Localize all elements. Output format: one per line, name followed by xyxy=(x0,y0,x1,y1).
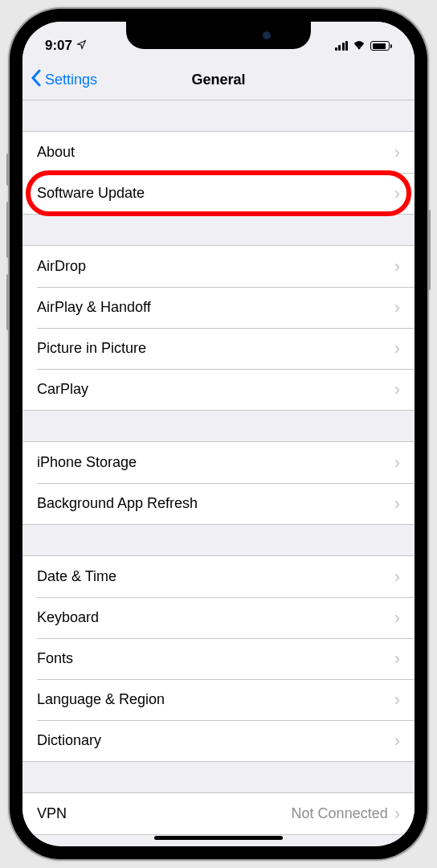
list-item-fonts[interactable]: Fonts › xyxy=(22,638,415,679)
section-gap xyxy=(22,215,415,245)
list-item-value: Not Connected xyxy=(292,805,388,822)
list-item-label: AirDrop xyxy=(37,258,86,275)
list-item-background-app-refresh[interactable]: Background App Refresh › xyxy=(22,483,415,524)
list-item-date-time[interactable]: Date & Time › xyxy=(22,556,415,597)
wifi-icon xyxy=(352,39,366,53)
volume-down xyxy=(6,274,10,330)
status-left: 9:07 xyxy=(45,38,87,54)
list-item-language-region[interactable]: Language & Region › xyxy=(22,679,415,720)
screen: 9:07 xyxy=(22,22,415,846)
list-item-label: Software Update xyxy=(37,185,145,202)
list-item-iphone-storage[interactable]: iPhone Storage › xyxy=(22,442,415,483)
list-group-4: VPN Not Connected › xyxy=(22,792,415,835)
list-item-keyboard[interactable]: Keyboard › xyxy=(22,597,415,638)
section-gap xyxy=(22,100,415,131)
section-gap xyxy=(22,762,415,792)
list-item-label: iPhone Storage xyxy=(37,454,137,471)
list-item-label: Date & Time xyxy=(37,568,116,585)
cellular-signal-icon xyxy=(335,41,349,51)
home-indicator[interactable] xyxy=(154,836,283,840)
list-item-airplay-handoff[interactable]: AirPlay & Handoff › xyxy=(22,287,415,328)
list-group-2: iPhone Storage › Background App Refresh … xyxy=(22,441,415,525)
list-item-label: Keyboard xyxy=(37,609,99,626)
list-item-airdrop[interactable]: AirDrop › xyxy=(22,246,415,287)
volume-up xyxy=(6,202,10,258)
chevron-right-icon: › xyxy=(394,691,400,709)
chevron-right-icon: › xyxy=(394,185,400,203)
back-button[interactable]: Settings xyxy=(22,69,97,91)
list-item-label: Language & Region xyxy=(37,691,165,708)
location-services-icon xyxy=(76,38,87,54)
notch xyxy=(126,22,311,49)
power-button xyxy=(427,210,431,290)
mute-switch xyxy=(6,154,10,186)
list-group-0: About › Software Update › xyxy=(22,131,415,215)
list-item-label: CarPlay xyxy=(37,381,88,398)
chevron-right-icon: › xyxy=(394,299,400,317)
chevron-right-icon: › xyxy=(394,454,400,472)
chevron-right-icon: › xyxy=(394,609,400,627)
list-item-label: AirPlay & Handoff xyxy=(37,299,151,316)
phone-frame: 9:07 xyxy=(10,9,427,859)
front-camera xyxy=(263,31,271,39)
page-title: General xyxy=(191,72,245,88)
list-item-picture-in-picture[interactable]: Picture in Picture › xyxy=(22,328,415,369)
chevron-right-icon: › xyxy=(394,144,400,162)
content-scroll[interactable]: About › Software Update › AirDrop › AirP… xyxy=(22,100,415,846)
chevron-right-icon: › xyxy=(394,568,400,586)
status-time: 9:07 xyxy=(45,38,72,54)
chevron-right-icon: › xyxy=(394,340,400,358)
list-item-carplay[interactable]: CarPlay › xyxy=(22,369,415,410)
chevron-right-icon: › xyxy=(394,495,400,513)
list-item-label: About xyxy=(37,144,75,161)
list-item-label: Fonts xyxy=(37,650,73,667)
chevron-left-icon xyxy=(31,69,42,91)
list-item-about[interactable]: About › xyxy=(22,132,415,173)
chevron-right-icon: › xyxy=(394,650,400,668)
status-right xyxy=(335,39,393,53)
battery-icon xyxy=(370,41,392,51)
list-item-label: VPN xyxy=(37,805,67,822)
chevron-right-icon: › xyxy=(394,732,400,750)
section-gap xyxy=(22,525,415,555)
section-gap xyxy=(22,411,415,441)
list-group-3: Date & Time › Keyboard › Fonts › Languag… xyxy=(22,555,415,762)
list-item-label: Dictionary xyxy=(37,732,101,749)
list-item-label: Background App Refresh xyxy=(37,495,198,512)
chevron-right-icon: › xyxy=(394,258,400,276)
list-item-vpn[interactable]: VPN Not Connected › xyxy=(22,793,415,834)
chevron-right-icon: › xyxy=(394,381,400,399)
list-group-1: AirDrop › AirPlay & Handoff › Picture in… xyxy=(22,245,415,411)
list-item-label: Picture in Picture xyxy=(37,340,146,357)
list-item-software-update[interactable]: Software Update › xyxy=(22,173,415,214)
navigation-bar: Settings General xyxy=(22,60,415,100)
back-label: Settings xyxy=(45,72,97,88)
list-item-dictionary[interactable]: Dictionary › xyxy=(22,720,415,761)
chevron-right-icon: › xyxy=(394,805,400,823)
